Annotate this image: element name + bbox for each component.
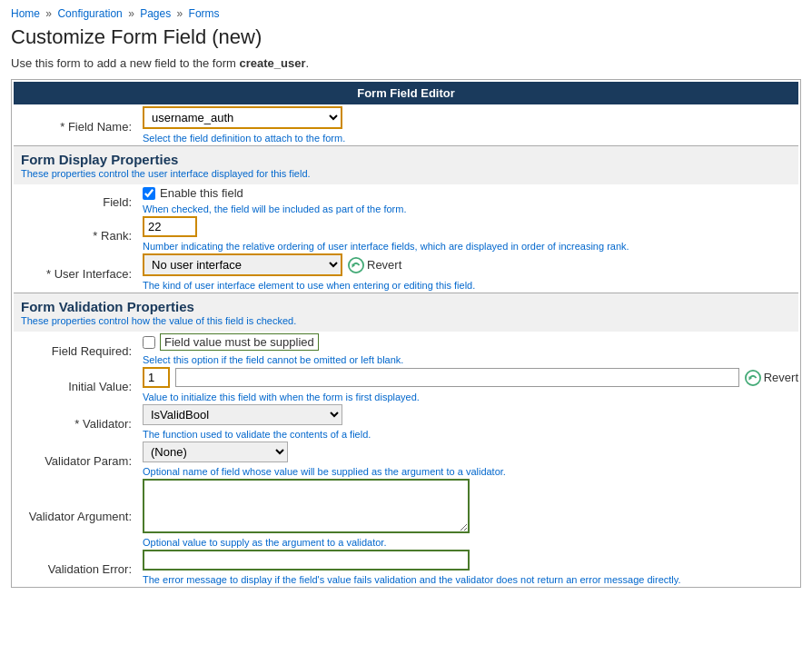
validation-error-label: Validation Error: [14, 550, 141, 585]
initial-value-label: Initial Value: [14, 367, 141, 402]
field-enable-label: Field: [14, 186, 141, 214]
field-enable-row: Field: Enable this field When checked, t… [14, 186, 798, 214]
field-enable-checkbox-label: Enable this field [160, 186, 243, 200]
form-editor-header: Form Field Editor [14, 82, 798, 104]
validation-error-input[interactable] [143, 550, 470, 571]
user-interface-select[interactable]: No user interface [143, 253, 342, 276]
breadcrumb-forms[interactable]: Forms [189, 7, 220, 20]
display-properties-section: Form Display Properties These properties… [14, 145, 798, 184]
svg-point-0 [349, 257, 363, 272]
intro-text: Use this form to add a new field to the … [11, 56, 801, 70]
form-editor: Form Field Editor * Field Name: username… [11, 79, 801, 588]
validator-hint: The function used to validate the conten… [143, 429, 798, 440]
validator-select[interactable]: IsValidBool [143, 404, 342, 425]
validator-param-select[interactable]: (None) [143, 442, 288, 462]
validation-error-row: Validation Error: The error message to d… [14, 550, 798, 585]
field-name-hint: Select the field definition to attach to… [143, 133, 798, 144]
initial-value-revert-icon [745, 370, 761, 386]
breadcrumb-pages[interactable]: Pages [140, 7, 171, 20]
revert-icon [348, 257, 364, 273]
validator-param-row: Validator Param: (None) Optional name of… [14, 442, 798, 477]
validator-argument-textarea[interactable] [143, 479, 470, 533]
rank-label: * Rank: [14, 216, 141, 252]
validator-param-hint: Optional name of field whose value will … [143, 466, 798, 477]
user-interface-label: * User Interface: [14, 253, 141, 291]
rank-hint: Number indicating the relative ordering … [143, 241, 798, 252]
validator-param-label: Validator Param: [14, 442, 141, 477]
initial-value-revert-button[interactable]: Revert [745, 370, 798, 386]
initial-value-row: Initial Value: Revert Value to initializ [14, 367, 798, 402]
field-name-select[interactable]: username_auth [143, 106, 342, 129]
field-required-hint: Select this option if the field cannot b… [143, 354, 798, 365]
validator-argument-hint: Optional value to supply as the argument… [143, 537, 798, 548]
validation-properties-section: Form Validation Properties These propert… [14, 293, 798, 332]
user-interface-revert-button[interactable]: Revert [348, 257, 401, 273]
initial-value-full-input[interactable] [175, 368, 739, 387]
display-properties-subtitle: These properties control the user interf… [21, 168, 791, 179]
user-interface-row: * User Interface: No user interface Reve… [14, 253, 798, 291]
rank-row: * Rank: Number indicating the relative o… [14, 216, 798, 252]
field-name-row: * Field Name: username_auth Select the f… [14, 106, 798, 144]
validator-row: * Validator: IsValidBool The function us… [14, 404, 798, 440]
validator-argument-label: Validator Argument: [14, 479, 141, 548]
user-interface-hint: The kind of user interface element to us… [143, 280, 798, 291]
field-enable-hint: When checked, the field will be included… [143, 203, 798, 214]
field-required-row: Field Required: Field value must be supp… [14, 333, 798, 365]
initial-value-short-input[interactable] [143, 367, 170, 388]
user-interface-revert-label: Revert [367, 258, 401, 272]
page-title: Customize Form Field (new) [11, 25, 801, 49]
initial-value-revert-label: Revert [764, 371, 798, 384]
initial-value-hint: Value to initialize this field with when… [143, 392, 798, 402]
rank-input[interactable] [143, 216, 197, 237]
validation-properties-subtitle: These properties control how the value o… [21, 315, 791, 326]
svg-point-2 [746, 370, 760, 384]
validation-error-hint: The error message to display if the fiel… [143, 574, 798, 585]
field-required-checkbox[interactable] [143, 336, 155, 349]
display-properties-title: Form Display Properties [21, 152, 791, 167]
field-required-label: Field Required: [14, 333, 141, 365]
field-required-checkbox-label: Field value must be supplied [160, 333, 319, 351]
breadcrumb: Home » Configuration » Pages » Forms [11, 7, 801, 20]
breadcrumb-home[interactable]: Home [11, 7, 40, 20]
validator-label: * Validator: [14, 404, 141, 440]
validator-argument-row: Validator Argument: Optional value to su… [14, 479, 798, 548]
validation-properties-title: Form Validation Properties [21, 299, 791, 314]
breadcrumb-configuration[interactable]: Configuration [57, 7, 122, 20]
field-enable-checkbox[interactable] [143, 187, 155, 200]
field-name-label: * Field Name: [14, 106, 141, 144]
